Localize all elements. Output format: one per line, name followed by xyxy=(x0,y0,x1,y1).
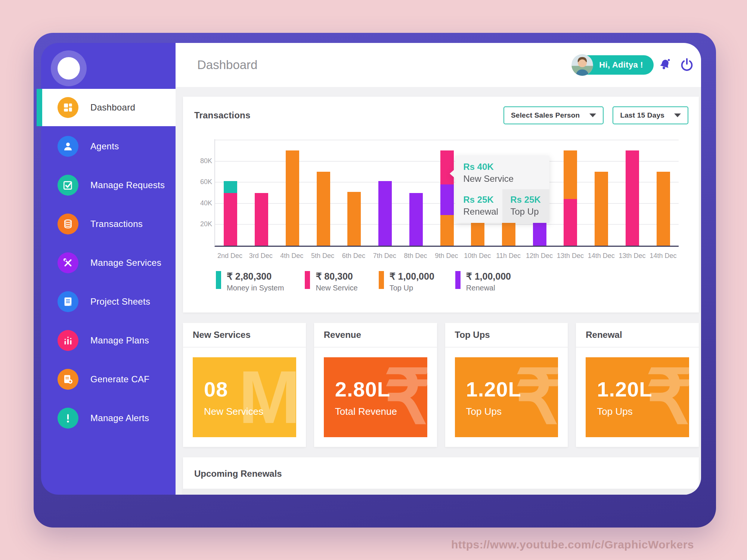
bar-segment-top-up[interactable] xyxy=(657,172,670,246)
sidebar-item-manage-requests[interactable]: Manage Requests xyxy=(41,167,176,204)
stacked-bar-14th-dec[interactable] xyxy=(657,172,670,246)
dashboard-grid-icon xyxy=(58,97,78,118)
stacked-bar-13th-dec[interactable] xyxy=(564,150,577,246)
bar-segment-top-up[interactable] xyxy=(286,150,299,246)
x-axis-label: 4th Dec xyxy=(276,252,307,260)
legend-swatch xyxy=(455,271,461,289)
top-header: Dashboard Hi, Aditya ! xyxy=(176,43,701,87)
x-axis-label: 6th Dec xyxy=(338,252,369,260)
legend-item-renewal: ₹ 1,00,000Renewal xyxy=(455,271,511,292)
bar-segment-new-service[interactable] xyxy=(224,193,237,246)
stacked-bar-2nd-dec[interactable] xyxy=(224,181,237,246)
active-item-accent xyxy=(37,89,42,126)
power-logout-icon[interactable] xyxy=(679,57,694,72)
stacked-bar-4th-dec[interactable] xyxy=(286,150,299,246)
document-plus-icon xyxy=(58,369,78,390)
y-axis-tick: 80K xyxy=(199,157,212,165)
bar-segment-renewal[interactable] xyxy=(378,181,392,246)
bar-segment-top-up[interactable] xyxy=(317,172,330,246)
bar-segment-new-service[interactable] xyxy=(255,193,268,246)
x-axis-label: 11h Dec xyxy=(493,252,524,260)
bar-segment-renewal[interactable] xyxy=(409,193,423,246)
bar-segment-top-up[interactable] xyxy=(440,215,454,246)
bar-column xyxy=(617,139,648,246)
bar-segment-money-in-system[interactable] xyxy=(224,181,237,193)
bar-segment-new-service[interactable] xyxy=(564,199,577,246)
stat-cards-row: New ServicesM08New ServicesRevenue₹2.80L… xyxy=(183,323,699,447)
check-square-icon xyxy=(58,175,78,196)
legend-swatch xyxy=(379,271,384,289)
filter-select-select-sales-person[interactable]: Select Sales Person xyxy=(503,106,604,124)
page-title: Dashboard xyxy=(197,58,257,72)
stacked-bar-5th-dec[interactable] xyxy=(317,172,330,246)
bar-segment-top-up[interactable] xyxy=(595,172,608,246)
x-axis-label: 7th Dec xyxy=(369,252,400,260)
document-icon xyxy=(58,291,78,312)
sidebar-item-project-sheets[interactable]: Project Sheets xyxy=(41,283,176,320)
legend-label: Money in System xyxy=(227,284,284,292)
stacked-bar-7th-dec[interactable] xyxy=(378,181,392,246)
sidebar-item-label: Manage Plans xyxy=(90,335,149,346)
notifications-bell-icon[interactable] xyxy=(657,57,672,72)
upcoming-renewals-card: Upcoming Renewals 1.Company NameAmountDa… xyxy=(183,457,699,495)
bar-column xyxy=(370,139,401,246)
bar-column xyxy=(339,139,370,246)
app-logo-dot xyxy=(58,57,80,80)
page-watermark: https://www.youtube.com/c/GraphicWorkers xyxy=(451,538,694,551)
chart-plot: Rs 40K New Service Rs 25K Renewal xyxy=(214,139,679,247)
user-greeting-chip[interactable]: Hi, Aditya ! xyxy=(572,55,654,75)
legend-item-money-in-system: ₹ 2,80,300Money in System xyxy=(216,271,284,292)
stat-card-title: Renewal xyxy=(576,323,699,348)
filter-select-last-15-days[interactable]: Last 15 Days xyxy=(613,106,688,124)
filter-select-value: Last 15 Days xyxy=(620,111,664,119)
legend-value: ₹ 80,300 xyxy=(316,271,357,282)
tooltip-cell-label: Renewal xyxy=(464,206,502,217)
x-axis-label: 13th Dec xyxy=(617,252,648,260)
stat-card-tile[interactable]: ₹1.20LTop Ups xyxy=(455,357,558,437)
app-window: DashboardAgentsManage RequestsTransactio… xyxy=(34,33,716,528)
sidebar-item-label: Project Sheets xyxy=(90,296,150,307)
sidebar-menu: DashboardAgentsManage RequestsTransactio… xyxy=(41,89,176,438)
sidebar-item-agents[interactable]: Agents xyxy=(41,128,176,165)
tooltip-label: New Service xyxy=(464,174,542,184)
bar-segment-new-service[interactable] xyxy=(626,150,639,246)
stat-card-tile[interactable]: ₹2.80LTotal Revenue xyxy=(324,357,427,437)
upcoming-renewals-title: Upcoming Renewals xyxy=(183,457,699,489)
bar-segment-top-up[interactable] xyxy=(564,150,577,199)
sidebar-item-manage-services[interactable]: Manage Services xyxy=(41,244,176,281)
bar-segment-top-up[interactable] xyxy=(347,192,361,246)
x-axis-label: 14th Dec xyxy=(648,252,679,260)
stacked-bar-3rd-dec[interactable] xyxy=(255,193,268,246)
x-axis-label: 14th Dec xyxy=(586,252,617,260)
sidebar-item-manage-alerts[interactable]: Manage Alerts xyxy=(41,399,176,437)
tile-watermark-glyph: M xyxy=(238,360,296,435)
chart-bars xyxy=(215,139,679,246)
sidebar-item-manage-plans[interactable]: Manage Plans xyxy=(41,322,176,359)
chart-tooltip: Rs 40K New Service Rs 25K Renewal xyxy=(455,156,549,223)
x-axis-label: 10th Dec xyxy=(462,252,493,260)
app-logo[interactable] xyxy=(51,50,87,86)
stat-card-tile[interactable]: ₹1.20LTop Ups xyxy=(586,357,689,437)
legend-item-new-service: ₹ 80,300New Service xyxy=(305,271,357,292)
stat-card-tile[interactable]: M08New Services xyxy=(193,357,296,437)
app-panel: DashboardAgentsManage RequestsTransactio… xyxy=(41,43,701,495)
stacked-bar-9th-dec[interactable] xyxy=(440,150,454,246)
bar-segment-renewal[interactable] xyxy=(440,184,454,215)
x-axis-label: 9th Dec xyxy=(431,252,462,260)
stacked-bar-8th-dec[interactable] xyxy=(409,193,423,246)
stacked-bar-14th-dec[interactable] xyxy=(595,172,608,246)
sidebar-item-generate-caf[interactable]: Generate CAF xyxy=(41,361,176,398)
sidebar-item-dashboard[interactable]: Dashboard xyxy=(41,89,176,126)
legend-item-top-up: ₹ 1,00,000Top Up xyxy=(379,271,434,292)
stacked-bar-13th-dec[interactable] xyxy=(626,150,639,246)
sidebar-item-transactions[interactable]: Transactions xyxy=(41,205,176,243)
bar-segment-new-service[interactable] xyxy=(440,150,454,184)
x-axis-label: 5th Dec xyxy=(307,252,338,260)
stacked-bar-6th-dec[interactable] xyxy=(347,192,361,246)
stat-card-new-services: New ServicesM08New Services xyxy=(183,323,306,447)
chart-legend: ₹ 2,80,300Money in System₹ 80,300New Ser… xyxy=(216,271,679,292)
bar-column xyxy=(586,139,617,246)
tooltip-cell-value: Rs 25K xyxy=(511,195,549,205)
content-area: Transactions Select Sales PersonLast 15 … xyxy=(176,87,701,495)
sidebar-item-label: Manage Alerts xyxy=(90,413,149,423)
